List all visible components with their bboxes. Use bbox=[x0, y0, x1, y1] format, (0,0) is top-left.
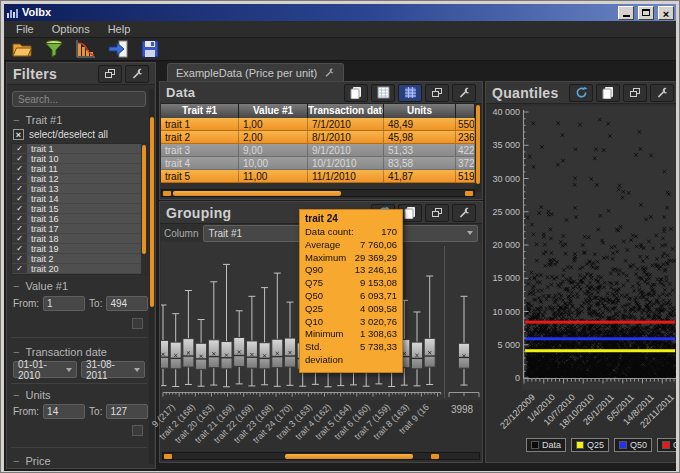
value-filter-checkbox[interactable] bbox=[132, 318, 143, 329]
import-data-button[interactable] bbox=[107, 39, 129, 59]
column-header[interactable]: Trait #1 bbox=[161, 104, 239, 118]
filter-button[interactable] bbox=[43, 39, 65, 59]
column-header[interactable]: Value #1 bbox=[239, 104, 308, 118]
filters-float-button[interactable] bbox=[98, 65, 122, 83]
trait-list-scrollbar[interactable] bbox=[141, 144, 147, 274]
list-item[interactable]: ✓trait 17 bbox=[12, 224, 147, 234]
date-from-select[interactable]: 01-01-2010 bbox=[13, 361, 77, 378]
copy-table-button[interactable] bbox=[344, 84, 368, 102]
from-label: From: bbox=[13, 298, 39, 309]
list-item[interactable]: ✓trait 20 bbox=[12, 264, 147, 274]
value-to-input[interactable] bbox=[106, 296, 148, 311]
list-item[interactable]: ✓trait 14 bbox=[12, 194, 147, 204]
list-item[interactable]: ✓trait 1 bbox=[12, 144, 147, 154]
tooltip-stat-row: Minimum1 308,63 bbox=[305, 328, 397, 341]
quantiles-title: Quantiles bbox=[492, 85, 566, 101]
filters-settings-button[interactable] bbox=[125, 65, 149, 83]
column-header[interactable] bbox=[456, 104, 475, 118]
wrench-icon bbox=[458, 86, 471, 99]
value-section-header[interactable]: Value #1 bbox=[13, 280, 68, 292]
list-item[interactable]: ✓trait 18 bbox=[12, 234, 147, 244]
value-from-input[interactable] bbox=[43, 296, 85, 311]
tooltip-stat-row: Std. deviation5 738,33 bbox=[305, 341, 397, 367]
list-item[interactable]: ✓trait 12 bbox=[12, 174, 147, 184]
checkmark-icon: ✓ bbox=[12, 174, 27, 183]
chevron-down-icon bbox=[134, 368, 140, 372]
collapse-icon bbox=[13, 114, 19, 126]
save-button[interactable] bbox=[139, 39, 161, 59]
list-item[interactable]: ✓trait 15 bbox=[12, 204, 147, 214]
search-input[interactable] bbox=[12, 91, 146, 107]
table-row[interactable]: trait 11,007/1/201048,49550 bbox=[161, 118, 475, 131]
tooltip-stat-row: Q254 009,58 bbox=[305, 303, 397, 316]
select-deselect-all[interactable]: select/deselect all bbox=[13, 129, 108, 140]
tooltip-stat-row: Q103 020,76 bbox=[305, 316, 397, 329]
date-section-header[interactable]: Transaction date bbox=[13, 346, 107, 358]
list-item[interactable]: ✓trait 10 bbox=[12, 154, 147, 164]
date-to-value: 31-08-2011 bbox=[86, 359, 134, 381]
wrench-icon[interactable] bbox=[324, 67, 335, 78]
date-from-value: 01-01-2010 bbox=[18, 359, 66, 381]
trait-section-header[interactable]: Trait #1 bbox=[13, 114, 62, 126]
table-row[interactable]: trait 22,008/1/201045,98236 bbox=[161, 131, 475, 144]
trait-list[interactable]: ✓trait 1✓trait 10✓trait 11✓trait 12✓trai… bbox=[11, 143, 148, 275]
quantiles-float-button[interactable] bbox=[623, 84, 647, 102]
grouping-settings-button[interactable] bbox=[452, 204, 476, 222]
table-row[interactable]: trait 511,0011/1/201041,87519 bbox=[161, 170, 475, 183]
data-float-button[interactable] bbox=[425, 84, 449, 102]
table-row[interactable]: trait 39,009/1/201051,33422 bbox=[161, 144, 475, 157]
checked-x-checkbox-icon bbox=[13, 129, 24, 140]
date-to-select[interactable]: 31-08-2011 bbox=[81, 361, 145, 378]
legend-item-q25[interactable]: Q25 bbox=[571, 438, 609, 452]
checkmark-icon: ✓ bbox=[12, 244, 27, 253]
quantiles-refresh-button[interactable] bbox=[569, 84, 593, 102]
tab-bar: ExampleData (Price per unit) bbox=[159, 62, 483, 81]
legend-item-q50[interactable]: Q50 bbox=[614, 438, 652, 452]
legend-swatch bbox=[576, 441, 584, 449]
list-item[interactable]: ✓trait 13 bbox=[12, 184, 147, 194]
data-table-hscrollbar[interactable] bbox=[161, 189, 475, 197]
refresh-icon bbox=[575, 86, 588, 99]
list-item[interactable]: ✓trait 11 bbox=[12, 164, 147, 174]
tab-label: ExampleData (Price per unit) bbox=[176, 67, 317, 79]
column-header[interactable]: Units bbox=[384, 104, 456, 118]
price-section-header[interactable]: Price bbox=[13, 455, 51, 467]
grouping-hscrollbar[interactable] bbox=[162, 452, 480, 460]
value-section-label: Value #1 bbox=[25, 280, 68, 292]
quantiles-plot-canvas[interactable] bbox=[522, 106, 676, 390]
data-table[interactable]: Trait #1Value #1Transaction dateUnitstra… bbox=[161, 104, 475, 183]
data-table-vscrollbar[interactable] bbox=[475, 104, 481, 192]
wrench-icon bbox=[131, 67, 144, 80]
quantiles-copy-button[interactable] bbox=[596, 84, 620, 102]
list-item[interactable]: ✓trait 2 bbox=[12, 254, 147, 264]
list-item[interactable]: ✓trait 19 bbox=[12, 244, 147, 254]
chevron-down-icon bbox=[467, 231, 473, 235]
grouping-float-button[interactable] bbox=[425, 204, 449, 222]
filters-scrollbar[interactable] bbox=[149, 89, 154, 464]
units-from-input[interactable] bbox=[43, 404, 85, 419]
column-header[interactable]: Transaction date bbox=[308, 104, 384, 118]
window-title: Volbx bbox=[22, 4, 614, 21]
open-file-button[interactable] bbox=[11, 39, 33, 59]
wrench-icon bbox=[458, 206, 471, 219]
menu-item-options[interactable]: Options bbox=[44, 22, 98, 36]
maximize-button[interactable] bbox=[638, 6, 654, 20]
legend-item-q75[interactable]: Q75 bbox=[657, 438, 676, 452]
tab-exampledata[interactable]: ExampleData (Price per unit) bbox=[167, 63, 344, 81]
list-item[interactable]: ✓trait 16 bbox=[12, 214, 147, 224]
close-button[interactable] bbox=[658, 6, 674, 20]
export-table-button[interactable] bbox=[371, 84, 395, 102]
table-view-button[interactable] bbox=[398, 84, 422, 102]
plot-button[interactable] bbox=[75, 39, 97, 59]
units-section-header[interactable]: Units bbox=[13, 389, 51, 401]
menu-item-file[interactable]: File bbox=[8, 22, 42, 36]
table-row[interactable]: trait 410,0010/1/201083,58372 bbox=[161, 157, 475, 170]
data-settings-button[interactable] bbox=[452, 84, 476, 102]
quantiles-settings-button[interactable] bbox=[650, 84, 674, 102]
units-to-input[interactable] bbox=[106, 404, 148, 419]
stats-tooltip: trait 24 Data count:170Average7 760,06Ma… bbox=[299, 209, 403, 373]
checkmark-icon: ✓ bbox=[12, 254, 27, 263]
legend-item-data[interactable]: Data bbox=[526, 438, 566, 452]
menu-item-help[interactable]: Help bbox=[100, 22, 139, 36]
minimize-button[interactable] bbox=[618, 6, 634, 20]
